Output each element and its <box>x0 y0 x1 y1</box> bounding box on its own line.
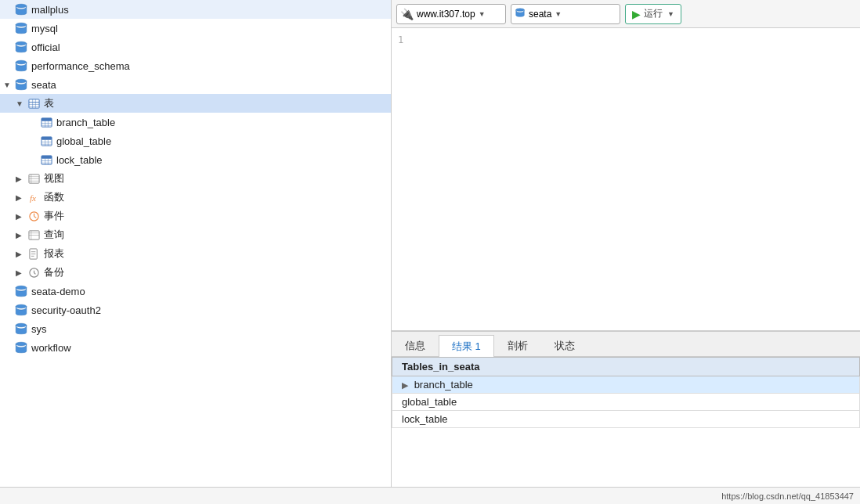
sidebar-item-queries-folder[interactable]: 查询 <box>0 225 391 244</box>
folder-report-icon <box>27 247 41 261</box>
svg-point-1 <box>16 23 27 27</box>
svg-point-2 <box>16 41 27 45</box>
sidebar-label-tables: 表 <box>44 96 54 110</box>
folder-view-icon <box>27 171 41 185</box>
row-arrow-icon: ▶ <box>402 380 411 390</box>
sidebar-label-mallplus: mallplus <box>31 4 69 16</box>
right-panel: 🔌 www.it307.top ▼ seata ▼ ▶ 运行 ▼ 1 <box>392 0 860 487</box>
status-url: https://blog.csdn.net/qq_41853447 <box>721 491 854 501</box>
sidebar-item-events-folder[interactable]: 事件 <box>0 207 391 225</box>
svg-rect-18 <box>41 136 51 139</box>
sidebar-item-funcs-folder[interactable]: fx 函数 <box>0 188 391 207</box>
arrow-funcs <box>16 193 27 202</box>
arrow-views <box>16 175 27 183</box>
table-row[interactable]: lock_table <box>392 411 860 428</box>
tab-status-label: 状态 <box>555 339 575 353</box>
sidebar-label-events: 事件 <box>44 209 64 223</box>
play-icon: ▶ <box>632 8 641 20</box>
tab-info-label: 信息 <box>405 339 425 353</box>
tab-analyze[interactable]: 剖析 <box>494 334 541 356</box>
sidebar-item-sys[interactable]: sys <box>0 319 391 338</box>
table-icon-branch <box>39 115 53 129</box>
db-icon-performance <box>14 59 28 73</box>
arrow-backup <box>16 268 27 277</box>
sidebar-item-global-table[interactable]: global_table <box>0 131 391 150</box>
sidebar-item-security-oauth2[interactable]: security-oauth2 <box>0 301 391 319</box>
table-row[interactable]: ▶ branch_table <box>392 376 860 394</box>
db-icon-mallplus <box>14 2 28 16</box>
sidebar-label-reports: 报表 <box>44 247 64 261</box>
table-row[interactable]: global_table <box>392 394 860 411</box>
sidebar-label-queries: 查询 <box>44 228 64 242</box>
svg-point-3 <box>16 60 27 64</box>
sidebar-item-mysql[interactable]: mysql <box>0 19 391 38</box>
line-number-1: 1 <box>398 34 403 45</box>
db-icon-seata-demo <box>14 284 28 298</box>
sidebar-item-tables-folder[interactable]: 表 <box>0 94 391 113</box>
sidebar-label-global-table: global_table <box>56 135 111 147</box>
tab-info[interactable]: 信息 <box>392 334 439 356</box>
sidebar-item-official[interactable]: official <box>0 38 391 56</box>
sidebar: mallplus mysql official performance_sche… <box>0 0 392 487</box>
folder-event-icon <box>27 209 41 223</box>
svg-point-47 <box>16 286 27 290</box>
sidebar-item-seata[interactable]: seata <box>0 75 391 94</box>
svg-point-0 <box>16 4 27 8</box>
table-icon-global <box>39 134 53 148</box>
row-value-lock: lock_table <box>402 413 448 425</box>
arrow-reports <box>16 250 27 258</box>
tab-analyze-label: 剖析 <box>508 339 528 353</box>
svg-point-51 <box>516 9 525 12</box>
tab-results1-label: 结果 1 <box>452 340 481 354</box>
sidebar-label-lock-table: lock_table <box>56 154 103 166</box>
sidebar-item-seata-demo[interactable]: seata-demo <box>0 282 391 301</box>
sidebar-label-mysql: mysql <box>31 23 58 34</box>
run-label: 运行 <box>644 7 663 20</box>
tab-results1[interactable]: 结果 1 <box>439 335 494 357</box>
svg-point-50 <box>16 342 27 346</box>
db-icon-official <box>14 40 28 54</box>
sidebar-label-seata: seata <box>31 79 56 91</box>
sidebar-label-performance: performance_schema <box>31 60 130 72</box>
svg-rect-12 <box>41 117 51 121</box>
folder-backup-icon <box>27 265 41 279</box>
status-bar: https://blog.csdn.net/qq_41853447 <box>0 487 860 504</box>
folder-query-icon <box>27 228 41 242</box>
sidebar-item-performance-schema[interactable]: performance_schema <box>0 56 391 75</box>
sidebar-label-branch-table: branch_table <box>56 117 115 128</box>
results-table: Tables_in_seata ▶ branch_table <box>392 357 860 487</box>
server-icon: 🔌 <box>400 8 414 20</box>
sidebar-label-funcs: 函数 <box>44 190 64 204</box>
sidebar-item-lock-table[interactable]: lock_table <box>0 150 391 169</box>
arrow-events <box>16 212 27 221</box>
bottom-panel: 信息 结果 1 剖析 状态 Tables_in_seat <box>392 330 860 487</box>
sidebar-item-workflow[interactable]: workflow <box>0 338 391 357</box>
db-icon-sys <box>14 322 28 336</box>
toolbar: 🔌 www.it307.top ▼ seata ▼ ▶ 运行 ▼ <box>392 0 860 28</box>
sidebar-item-mallplus[interactable]: mallplus <box>0 0 391 19</box>
db-icon-security <box>14 303 28 317</box>
db-label: seata <box>529 9 551 20</box>
editor-area[interactable]: 1 <box>392 28 860 330</box>
arrow-tables <box>16 99 27 108</box>
row-value-global: global_table <box>402 396 457 408</box>
server-select[interactable]: 🔌 www.it307.top ▼ <box>396 4 506 24</box>
sidebar-label-seata-demo: seata-demo <box>31 286 85 297</box>
svg-point-48 <box>16 304 27 308</box>
tab-status[interactable]: 状态 <box>541 334 588 356</box>
tabs-bar: 信息 结果 1 剖析 状态 <box>392 332 860 357</box>
run-button[interactable]: ▶ 运行 ▼ <box>625 4 681 24</box>
sidebar-item-views-folder[interactable]: 视图 <box>0 169 391 188</box>
db-chevron-icon: ▼ <box>555 10 562 18</box>
results-table-header: Tables_in_seata <box>392 358 860 376</box>
folder-table-icon <box>27 96 41 110</box>
svg-rect-24 <box>41 155 51 158</box>
db-select-icon <box>515 7 526 20</box>
db-select[interactable]: seata ▼ <box>511 4 620 24</box>
sidebar-item-branch-table[interactable]: branch_table <box>0 113 391 131</box>
sidebar-item-backup-folder[interactable]: 备份 <box>0 263 391 282</box>
folder-func-icon: fx <box>27 190 41 204</box>
db-icon-seata <box>14 77 28 92</box>
sidebar-label-backup: 备份 <box>44 265 64 279</box>
sidebar-item-reports-folder[interactable]: 报表 <box>0 244 391 263</box>
